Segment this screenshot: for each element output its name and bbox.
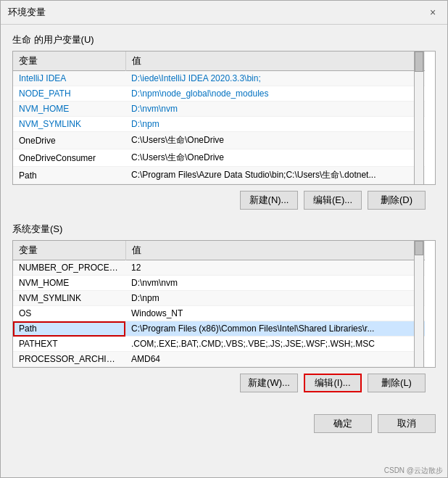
table-row[interactable]: NODE_PATH D:\npm\node_global\node_module… (13, 86, 425, 102)
user-row-3-val: D:\npm (125, 117, 425, 132)
sys-table-header: 变量 值 (13, 241, 425, 260)
user-row-0-var: IntelliJ IDEA (13, 71, 125, 86)
user-table-body: IntelliJ IDEA D:\iede\IntelliJ IDEA 2020… (13, 71, 425, 184)
dialog-body: 生命 的用户变量(U) 变量 值 IntelliJ IDEA D:\iede\I… (1, 25, 447, 407)
table-row[interactable]: Path C:\Program Files\Azure Data Studio\… (13, 167, 425, 184)
user-table-wrapper: 变量 值 IntelliJ IDEA D:\iede\IntelliJ IDEA… (12, 51, 436, 185)
user-section-label: 生命 的用户变量(U) (12, 33, 436, 46)
title-bar: 环境变量 × (1, 1, 447, 25)
sys-new-button[interactable]: 新建(W)... (240, 374, 298, 392)
user-new-button[interactable]: 新建(N)... (240, 191, 298, 210)
sys-edit-button[interactable]: 编辑(I)... (304, 374, 362, 392)
user-col-var-header: 变量 (13, 51, 125, 71)
sys-table-wrapper: 变量 值 NUMBER_OF_PROCESSORS 12 NVM_HOME D:… (12, 240, 436, 368)
table-row[interactable]: NVM_HOME D:\nvm\nvm (13, 102, 425, 117)
sys-delete-button[interactable]: 删除(L) (368, 374, 426, 392)
sys-row-3-var: OS (13, 306, 125, 321)
sys-scrollbar[interactable] (414, 240, 424, 368)
user-row-6-var: Path (13, 167, 125, 184)
user-table-container: 变量 值 IntelliJ IDEA D:\iede\IntelliJ IDEA… (12, 51, 436, 185)
sys-variables-table: 变量 值 NUMBER_OF_PROCESSORS 12 NVM_HOME D:… (13, 241, 425, 367)
table-row[interactable]: PROCESSOR_ARCHITECT... AMD64 (13, 352, 425, 367)
table-row[interactable]: OS Windows_NT (13, 306, 425, 321)
bottom-button-row: 确定 取消 (1, 407, 447, 440)
user-row-5-val: C:\Users\生命\OneDrive (125, 149, 425, 167)
sys-row-2-var: NVM_SYMLINK (13, 291, 125, 306)
sys-section-label: 系统变量(S) (12, 223, 436, 236)
user-row-2-val: D:\nvm\nvm (125, 102, 425, 117)
user-delete-button[interactable]: 删除(D) (368, 191, 426, 210)
sys-row-3-val: Windows_NT (125, 306, 425, 321)
sys-button-row: 新建(W)... 编辑(I)... 删除(L) (12, 374, 436, 392)
ok-button[interactable]: 确定 (314, 414, 372, 433)
dialog-title: 环境变量 (8, 6, 46, 19)
user-row-4-val: C:\Users\生命\OneDrive (125, 132, 425, 149)
user-row-4-var: OneDrive (13, 132, 125, 149)
table-row[interactable]: OneDrive C:\Users\生命\OneDrive (13, 132, 425, 149)
user-button-row: 新建(N)... 编辑(E)... 删除(D) (12, 191, 436, 210)
section-separator (12, 215, 436, 223)
sys-row-0-var: NUMBER_OF_PROCESSORS (13, 260, 125, 276)
user-row-0-val: D:\iede\IntelliJ IDEA 2020.3.3\bin; (125, 71, 425, 86)
user-col-val-header: 值 (125, 51, 425, 71)
environment-variables-dialog: 环境变量 × 生命 的用户变量(U) 变量 值 IntelliJ IDEA (0, 0, 448, 478)
sys-row-6-var: PROCESSOR_ARCHITECT... (13, 352, 125, 367)
watermark: CSDN @云边散步 (384, 466, 443, 476)
sys-row-4-val: C:\Program Files (x86)\Common Files\Inte… (125, 321, 425, 337)
user-edit-button[interactable]: 编辑(E)... (304, 191, 362, 210)
sys-row-5-val: .COM;.EXE;.BAT;.CMD;.VBS;.VBE;.JS;.JSE;.… (125, 337, 425, 352)
sys-row-0-val: 12 (125, 260, 425, 276)
sys-col-var-header: 变量 (13, 241, 125, 260)
table-row[interactable]: IntelliJ IDEA D:\iede\IntelliJ IDEA 2020… (13, 71, 425, 86)
table-row[interactable]: PATHEXT .COM;.EXE;.BAT;.CMD;.VBS;.VBE;.J… (13, 337, 425, 352)
sys-scrollbar-thumb[interactable] (415, 241, 423, 255)
close-button[interactable]: × (426, 5, 440, 20)
user-row-1-val: D:\npm\node_global\node_modules (125, 86, 425, 102)
table-row[interactable]: NVM_HOME D:\nvm\nvm (13, 276, 425, 291)
sys-row-5-var: PATHEXT (13, 337, 125, 352)
sys-row-4-var: Path (13, 321, 125, 337)
user-variables-table: 变量 值 IntelliJ IDEA D:\iede\IntelliJ IDEA… (13, 51, 425, 184)
sys-table-body: NUMBER_OF_PROCESSORS 12 NVM_HOME D:\nvm\… (13, 260, 425, 367)
sys-row-6-val: AMD64 (125, 352, 425, 367)
sys-path-row[interactable]: Path C:\Program Files (x86)\Common Files… (13, 321, 425, 337)
table-row[interactable]: NUMBER_OF_PROCESSORS 12 (13, 260, 425, 276)
cancel-button[interactable]: 取消 (378, 414, 436, 433)
table-row[interactable]: OneDriveConsumer C:\Users\生命\OneDrive (13, 149, 425, 167)
user-scrollbar[interactable] (414, 51, 424, 185)
sys-row-1-var: NVM_HOME (13, 276, 125, 291)
sys-row-1-val: D:\nvm\nvm (125, 276, 425, 291)
user-row-3-var: NVM_SYMLINK (13, 117, 125, 132)
user-row-2-var: NVM_HOME (13, 102, 125, 117)
user-table-header: 变量 值 (13, 51, 425, 71)
table-row[interactable]: NVM_SYMLINK D:\npm (13, 117, 425, 132)
user-scrollbar-thumb[interactable] (415, 51, 423, 72)
sys-table-container: 变量 值 NUMBER_OF_PROCESSORS 12 NVM_HOME D:… (12, 240, 436, 368)
sys-col-val-header: 值 (125, 241, 425, 260)
user-row-5-var: OneDriveConsumer (13, 149, 125, 167)
table-row[interactable]: NVM_SYMLINK D:\npm (13, 291, 425, 306)
user-row-1-var: NODE_PATH (13, 86, 125, 102)
user-row-6-val: C:\Program Files\Azure Data Studio\bin;C… (125, 167, 425, 184)
sys-row-2-val: D:\npm (125, 291, 425, 306)
